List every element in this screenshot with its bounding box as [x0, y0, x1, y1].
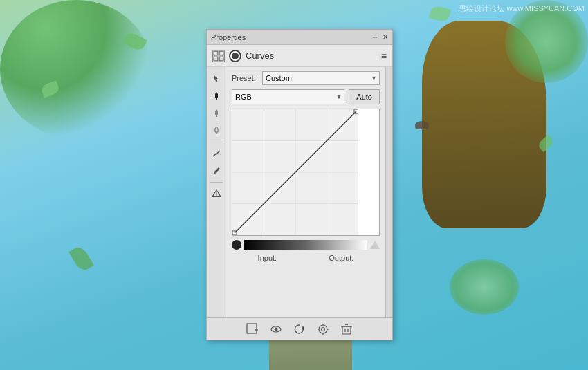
svg-rect-4	[216, 98, 217, 100]
delete-button[interactable]	[340, 322, 353, 336]
svg-rect-10	[247, 324, 257, 333]
black-point-slider[interactable]	[232, 240, 241, 250]
curves-icon	[229, 50, 241, 62]
visibility-button[interactable]	[269, 322, 283, 336]
panel-content: Preset: CustomDefaultStrong ContrastIncr…	[207, 67, 392, 317]
reset-button[interactable]	[293, 322, 306, 336]
svg-rect-0	[214, 51, 218, 55]
preset-select[interactable]: CustomDefaultStrong ContrastIncrease Con…	[262, 71, 380, 85]
eyedropper-black-btn[interactable]	[209, 89, 224, 104]
adjustment-layer-icon	[212, 50, 225, 62]
panel-titlebar: Properties ↔ ✕	[207, 30, 392, 45]
gradient-bar	[244, 240, 367, 250]
input-label: Input:	[258, 254, 277, 262]
add-mask-button[interactable]	[246, 322, 259, 336]
panel-header: Curves ≡	[207, 45, 392, 67]
bg-leaf-3	[429, 5, 451, 24]
properties-panel: Properties ↔ ✕ Curves ≡	[206, 29, 393, 340]
io-row: Input: Output:	[232, 254, 380, 262]
tool-separator-2	[210, 182, 223, 183]
channel-select-wrapper: RGBRedGreenBlue ▼	[232, 89, 344, 104]
preset-select-wrapper: CustomDefaultStrong ContrastIncrease Con…	[262, 71, 380, 85]
bg-foliage-left	[0, 0, 152, 138]
collapse-icon[interactable]: ↔	[371, 33, 378, 41]
bg-leaf-5	[68, 244, 94, 272]
curves-container	[232, 109, 380, 236]
panel-title: Properties	[211, 33, 246, 41]
pencil-btn[interactable]	[209, 163, 224, 178]
channel-row: RGBRedGreenBlue ▼ Auto	[232, 89, 380, 104]
svg-rect-6	[216, 132, 217, 134]
panel-title-icons: ↔ ✕	[371, 33, 388, 41]
panel-scrollbar[interactable]	[385, 67, 392, 317]
eyedropper-white-btn[interactable]	[209, 123, 224, 138]
clipping-btn[interactable]	[209, 186, 224, 201]
svg-point-16	[319, 325, 327, 333]
svg-rect-22	[342, 326, 351, 334]
curves-canvas[interactable]	[232, 109, 358, 235]
svg-point-9	[216, 195, 217, 196]
tool-separator-1	[210, 142, 223, 142]
svg-marker-15	[302, 326, 304, 329]
svg-rect-1	[219, 51, 223, 55]
svg-rect-5	[216, 115, 217, 117]
white-point-slider[interactable]	[370, 241, 380, 249]
bg-bird	[415, 121, 429, 129]
eyedropper-mid-btn[interactable]	[209, 106, 224, 121]
preset-row: Preset: CustomDefaultStrong ContrastIncr…	[232, 71, 380, 85]
pointer-tool-btn[interactable]	[209, 71, 224, 86]
svg-point-17	[322, 327, 325, 331]
preset-label: Preset:	[232, 74, 258, 82]
bg-leaf-bottom-right	[450, 259, 519, 315]
panel-footer	[207, 317, 392, 340]
tools-sidebar	[207, 67, 226, 317]
grid-icon	[213, 50, 224, 62]
close-icon[interactable]: ✕	[383, 33, 388, 41]
gradient-bar-row	[232, 240, 380, 250]
output-label: Output:	[329, 254, 353, 262]
svg-rect-2	[214, 57, 218, 61]
svg-point-14	[275, 327, 278, 331]
panel-menu-icon[interactable]: ≡	[381, 50, 387, 62]
auto-button[interactable]: Auto	[349, 89, 380, 104]
curves-edit-btn[interactable]	[209, 146, 224, 161]
watermark: 思绘设计论坛 www.MISSYUAN.COM	[459, 3, 585, 14]
view-button[interactable]	[316, 322, 330, 336]
svg-rect-3	[219, 57, 223, 61]
controls-area: Preset: CustomDefaultStrong ContrastIncr…	[226, 67, 385, 317]
channel-select[interactable]: RGBRedGreenBlue	[232, 89, 344, 104]
curves-label: Curves	[246, 50, 274, 61]
